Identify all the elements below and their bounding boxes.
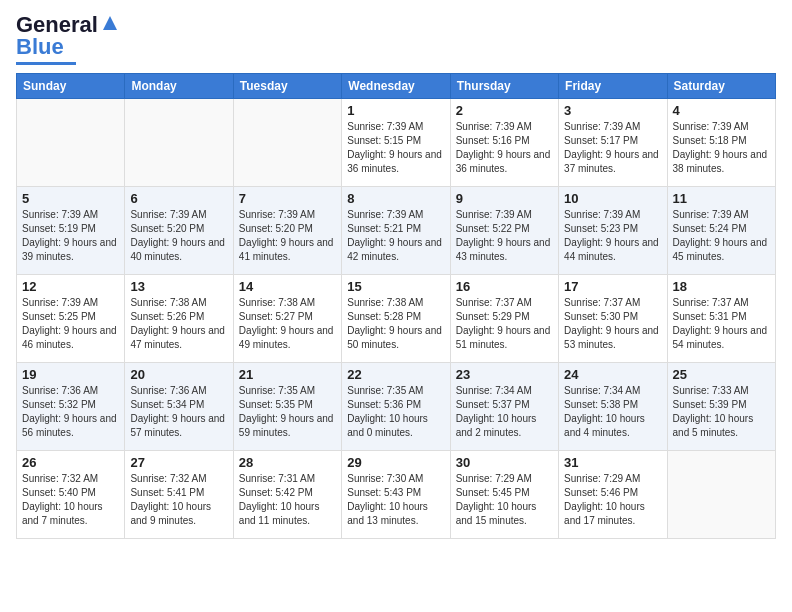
day-info: Sunrise: 7:39 AM Sunset: 5:17 PM Dayligh… (564, 120, 661, 176)
calendar-week-1: 1Sunrise: 7:39 AM Sunset: 5:15 PM Daylig… (17, 99, 776, 187)
calendar-cell: 4Sunrise: 7:39 AM Sunset: 5:18 PM Daylig… (667, 99, 775, 187)
day-number: 12 (22, 279, 119, 294)
calendar-cell: 29Sunrise: 7:30 AM Sunset: 5:43 PM Dayli… (342, 451, 450, 539)
calendar-cell: 26Sunrise: 7:32 AM Sunset: 5:40 PM Dayli… (17, 451, 125, 539)
logo-blue: Blue (16, 34, 64, 59)
day-number: 20 (130, 367, 227, 382)
day-info: Sunrise: 7:39 AM Sunset: 5:21 PM Dayligh… (347, 208, 444, 264)
day-number: 11 (673, 191, 770, 206)
col-header-friday: Friday (559, 74, 667, 99)
calendar-cell: 8Sunrise: 7:39 AM Sunset: 5:21 PM Daylig… (342, 187, 450, 275)
calendar: SundayMondayTuesdayWednesdayThursdayFrid… (16, 73, 776, 539)
calendar-week-4: 19Sunrise: 7:36 AM Sunset: 5:32 PM Dayli… (17, 363, 776, 451)
col-header-wednesday: Wednesday (342, 74, 450, 99)
col-header-thursday: Thursday (450, 74, 558, 99)
day-info: Sunrise: 7:29 AM Sunset: 5:45 PM Dayligh… (456, 472, 553, 528)
calendar-cell: 14Sunrise: 7:38 AM Sunset: 5:27 PM Dayli… (233, 275, 341, 363)
day-number: 25 (673, 367, 770, 382)
day-info: Sunrise: 7:31 AM Sunset: 5:42 PM Dayligh… (239, 472, 336, 528)
day-info: Sunrise: 7:36 AM Sunset: 5:34 PM Dayligh… (130, 384, 227, 440)
day-info: Sunrise: 7:39 AM Sunset: 5:15 PM Dayligh… (347, 120, 444, 176)
calendar-cell (125, 99, 233, 187)
day-info: Sunrise: 7:39 AM Sunset: 5:18 PM Dayligh… (673, 120, 770, 176)
day-number: 19 (22, 367, 119, 382)
calendar-cell: 18Sunrise: 7:37 AM Sunset: 5:31 PM Dayli… (667, 275, 775, 363)
day-info: Sunrise: 7:39 AM Sunset: 5:22 PM Dayligh… (456, 208, 553, 264)
day-number: 29 (347, 455, 444, 470)
day-info: Sunrise: 7:35 AM Sunset: 5:35 PM Dayligh… (239, 384, 336, 440)
day-number: 8 (347, 191, 444, 206)
calendar-cell: 24Sunrise: 7:34 AM Sunset: 5:38 PM Dayli… (559, 363, 667, 451)
calendar-cell: 11Sunrise: 7:39 AM Sunset: 5:24 PM Dayli… (667, 187, 775, 275)
calendar-cell: 19Sunrise: 7:36 AM Sunset: 5:32 PM Dayli… (17, 363, 125, 451)
day-number: 2 (456, 103, 553, 118)
day-number: 10 (564, 191, 661, 206)
day-number: 31 (564, 455, 661, 470)
day-info: Sunrise: 7:39 AM Sunset: 5:23 PM Dayligh… (564, 208, 661, 264)
svg-marker-0 (103, 16, 117, 30)
calendar-cell: 3Sunrise: 7:39 AM Sunset: 5:17 PM Daylig… (559, 99, 667, 187)
calendar-cell (233, 99, 341, 187)
calendar-cell: 9Sunrise: 7:39 AM Sunset: 5:22 PM Daylig… (450, 187, 558, 275)
col-header-tuesday: Tuesday (233, 74, 341, 99)
day-info: Sunrise: 7:38 AM Sunset: 5:27 PM Dayligh… (239, 296, 336, 352)
day-info: Sunrise: 7:38 AM Sunset: 5:28 PM Dayligh… (347, 296, 444, 352)
calendar-cell: 7Sunrise: 7:39 AM Sunset: 5:20 PM Daylig… (233, 187, 341, 275)
day-info: Sunrise: 7:32 AM Sunset: 5:41 PM Dayligh… (130, 472, 227, 528)
calendar-cell: 2Sunrise: 7:39 AM Sunset: 5:16 PM Daylig… (450, 99, 558, 187)
day-number: 18 (673, 279, 770, 294)
calendar-cell: 15Sunrise: 7:38 AM Sunset: 5:28 PM Dayli… (342, 275, 450, 363)
day-number: 14 (239, 279, 336, 294)
day-info: Sunrise: 7:32 AM Sunset: 5:40 PM Dayligh… (22, 472, 119, 528)
calendar-cell: 30Sunrise: 7:29 AM Sunset: 5:45 PM Dayli… (450, 451, 558, 539)
calendar-week-2: 5Sunrise: 7:39 AM Sunset: 5:19 PM Daylig… (17, 187, 776, 275)
logo: General Blue (16, 12, 121, 65)
day-info: Sunrise: 7:39 AM Sunset: 5:20 PM Dayligh… (130, 208, 227, 264)
day-number: 28 (239, 455, 336, 470)
calendar-week-5: 26Sunrise: 7:32 AM Sunset: 5:40 PM Dayli… (17, 451, 776, 539)
day-number: 24 (564, 367, 661, 382)
logo-underline (16, 62, 76, 65)
day-info: Sunrise: 7:29 AM Sunset: 5:46 PM Dayligh… (564, 472, 661, 528)
day-number: 6 (130, 191, 227, 206)
day-number: 27 (130, 455, 227, 470)
page: General Blue SundayMondayTuesdayWednesda… (0, 0, 792, 612)
calendar-cell: 5Sunrise: 7:39 AM Sunset: 5:19 PM Daylig… (17, 187, 125, 275)
calendar-cell: 10Sunrise: 7:39 AM Sunset: 5:23 PM Dayli… (559, 187, 667, 275)
col-header-monday: Monday (125, 74, 233, 99)
calendar-cell (667, 451, 775, 539)
day-info: Sunrise: 7:38 AM Sunset: 5:26 PM Dayligh… (130, 296, 227, 352)
day-info: Sunrise: 7:37 AM Sunset: 5:31 PM Dayligh… (673, 296, 770, 352)
day-info: Sunrise: 7:36 AM Sunset: 5:32 PM Dayligh… (22, 384, 119, 440)
logo-triangle-icon (99, 12, 121, 34)
day-number: 7 (239, 191, 336, 206)
day-info: Sunrise: 7:39 AM Sunset: 5:16 PM Dayligh… (456, 120, 553, 176)
day-number: 4 (673, 103, 770, 118)
col-header-saturday: Saturday (667, 74, 775, 99)
day-info: Sunrise: 7:39 AM Sunset: 5:24 PM Dayligh… (673, 208, 770, 264)
day-number: 21 (239, 367, 336, 382)
calendar-cell: 25Sunrise: 7:33 AM Sunset: 5:39 PM Dayli… (667, 363, 775, 451)
day-number: 5 (22, 191, 119, 206)
calendar-cell: 6Sunrise: 7:39 AM Sunset: 5:20 PM Daylig… (125, 187, 233, 275)
calendar-cell: 13Sunrise: 7:38 AM Sunset: 5:26 PM Dayli… (125, 275, 233, 363)
day-info: Sunrise: 7:33 AM Sunset: 5:39 PM Dayligh… (673, 384, 770, 440)
calendar-cell: 22Sunrise: 7:35 AM Sunset: 5:36 PM Dayli… (342, 363, 450, 451)
day-number: 23 (456, 367, 553, 382)
calendar-cell (17, 99, 125, 187)
day-number: 22 (347, 367, 444, 382)
day-info: Sunrise: 7:30 AM Sunset: 5:43 PM Dayligh… (347, 472, 444, 528)
calendar-cell: 1Sunrise: 7:39 AM Sunset: 5:15 PM Daylig… (342, 99, 450, 187)
day-number: 17 (564, 279, 661, 294)
day-info: Sunrise: 7:39 AM Sunset: 5:20 PM Dayligh… (239, 208, 336, 264)
day-number: 9 (456, 191, 553, 206)
col-header-sunday: Sunday (17, 74, 125, 99)
header: General Blue (16, 12, 776, 65)
day-number: 3 (564, 103, 661, 118)
calendar-cell: 23Sunrise: 7:34 AM Sunset: 5:37 PM Dayli… (450, 363, 558, 451)
day-info: Sunrise: 7:37 AM Sunset: 5:30 PM Dayligh… (564, 296, 661, 352)
day-info: Sunrise: 7:34 AM Sunset: 5:37 PM Dayligh… (456, 384, 553, 440)
calendar-header-row: SundayMondayTuesdayWednesdayThursdayFrid… (17, 74, 776, 99)
day-number: 30 (456, 455, 553, 470)
day-number: 1 (347, 103, 444, 118)
